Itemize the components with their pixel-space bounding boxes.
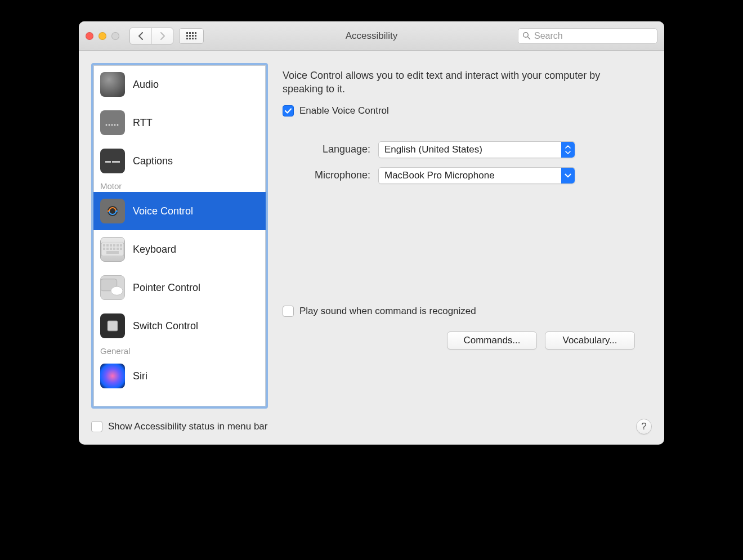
sidebar-group-label: General: [93, 345, 266, 357]
help-button[interactable]: ?: [636, 419, 652, 434]
svg-point-3: [106, 124, 108, 126]
sidebar-item-audio[interactable]: Audio: [93, 65, 266, 104]
microphone-select[interactable]: MacBook Pro Microphone: [378, 167, 575, 184]
sidebar-item-label: Audio: [133, 79, 159, 91]
svg-point-5: [111, 124, 113, 126]
close-window-button[interactable]: [86, 32, 93, 40]
sidebar-item-label: RTT: [133, 117, 153, 129]
play-sound-checkbox[interactable]: Play sound when command is recognized: [283, 306, 648, 317]
vocabulary-button[interactable]: Vocabulary...: [545, 331, 635, 350]
show-status-menubar-checkbox[interactable]: Show Accessibility status in menu bar: [91, 421, 267, 432]
voice-control-icon: [100, 199, 125, 223]
sidebar-item-label: Pointer Control: [133, 282, 200, 294]
svg-rect-2: [102, 118, 123, 128]
minimize-window-button[interactable]: [99, 32, 106, 40]
captions-icon: [100, 149, 125, 173]
forward-button: [151, 28, 173, 44]
sidebar-item-keyboard[interactable]: Keyboard: [93, 230, 266, 268]
language-select[interactable]: English (United States): [378, 141, 575, 158]
checkbox-icon: [283, 105, 294, 117]
language-value: English (United States): [384, 144, 482, 155]
svg-point-30: [111, 286, 123, 295]
sidebar-item-siri[interactable]: Siri: [93, 357, 266, 395]
enable-voice-control-label: Enable Voice Control: [299, 105, 389, 117]
sidebar-item-label: Keyboard: [133, 244, 176, 256]
commands-button[interactable]: Commands...: [447, 331, 537, 350]
sidebar-item-switch-control[interactable]: Switch Control: [93, 307, 266, 345]
search-input[interactable]: [518, 28, 657, 44]
chevron-down-icon: [561, 168, 575, 183]
grid-icon: [186, 32, 196, 40]
svg-rect-25: [113, 248, 115, 250]
detail-pane: Voice Control allows you to edit text an…: [280, 63, 652, 409]
updown-arrows-icon: [561, 142, 575, 158]
sidebar-item-rtt[interactable]: RTT: [93, 104, 266, 142]
show-status-menubar-label: Show Accessibility status in menu bar: [108, 421, 267, 432]
svg-rect-20: [117, 244, 119, 247]
enable-voice-control-checkbox[interactable]: Enable Voice Control: [283, 105, 648, 117]
category-sidebar[interactable]: Audio RTT Captions Motor Voice Control: [91, 63, 268, 409]
svg-rect-28: [106, 251, 119, 254]
preferences-window: Accessibility Audio RTT: [79, 21, 664, 445]
show-all-button[interactable]: [179, 28, 204, 44]
microphone-label: Microphone:: [283, 169, 378, 181]
svg-rect-26: [117, 248, 119, 250]
language-label: Language:: [283, 144, 378, 155]
svg-point-6: [114, 124, 116, 126]
microphone-value: MacBook Pro Microphone: [384, 170, 495, 181]
sidebar-item-label: Captions: [133, 155, 173, 167]
search-field-wrap: [518, 28, 657, 44]
sidebar-item-label: Switch Control: [133, 320, 198, 332]
keyboard-icon: [100, 237, 125, 262]
sidebar-item-label: Siri: [133, 370, 147, 382]
sidebar-group-label: Motor: [93, 180, 266, 192]
chevron-left-icon: [138, 32, 144, 40]
titlebar: Accessibility: [79, 21, 664, 51]
svg-rect-24: [110, 248, 112, 250]
sidebar-item-pointer-control[interactable]: Pointer Control: [93, 268, 266, 307]
svg-point-4: [109, 124, 110, 126]
sidebar-item-captions[interactable]: Captions: [93, 142, 266, 180]
svg-rect-16: [103, 244, 105, 247]
svg-point-7: [117, 124, 119, 126]
svg-rect-21: [120, 244, 122, 247]
svg-rect-8: [103, 153, 122, 165]
nav-segment: [129, 28, 173, 44]
svg-rect-9: [105, 161, 111, 163]
chevron-right-icon: [160, 32, 165, 40]
svg-rect-23: [106, 248, 109, 250]
svg-rect-19: [113, 244, 115, 247]
play-sound-label: Play sound when command is recognized: [299, 306, 476, 317]
sidebar-item-label: Voice Control: [133, 205, 193, 217]
svg-rect-17: [106, 244, 109, 247]
svg-line-1: [528, 37, 530, 39]
switch-control-icon: [100, 313, 125, 338]
zoom-window-button: [111, 32, 119, 40]
search-icon: [522, 32, 531, 43]
siri-icon: [100, 364, 125, 388]
svg-rect-18: [110, 244, 112, 247]
svg-rect-27: [120, 248, 122, 250]
rtt-icon: [100, 110, 125, 135]
window-controls: [86, 32, 119, 40]
checkbox-icon: [91, 421, 102, 432]
back-button[interactable]: [130, 28, 151, 44]
description-text: Voice Control allows you to edit text an…: [283, 69, 632, 96]
svg-rect-22: [103, 248, 105, 250]
checkbox-icon: [283, 306, 294, 317]
svg-rect-32: [108, 321, 118, 331]
svg-rect-10: [112, 161, 120, 163]
sidebar-item-voice-control[interactable]: Voice Control: [93, 192, 266, 230]
speaker-icon: [100, 72, 125, 97]
pointer-control-icon: [100, 275, 125, 300]
